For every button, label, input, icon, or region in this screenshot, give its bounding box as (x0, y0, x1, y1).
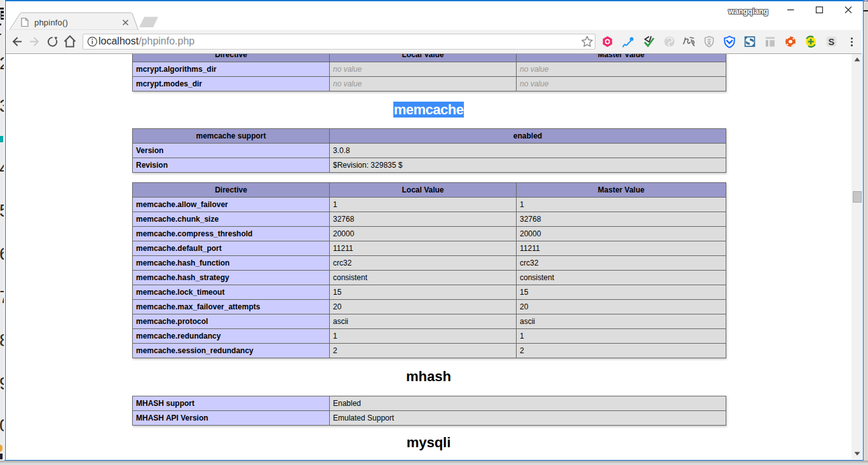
svg-text:S: S (828, 37, 834, 47)
